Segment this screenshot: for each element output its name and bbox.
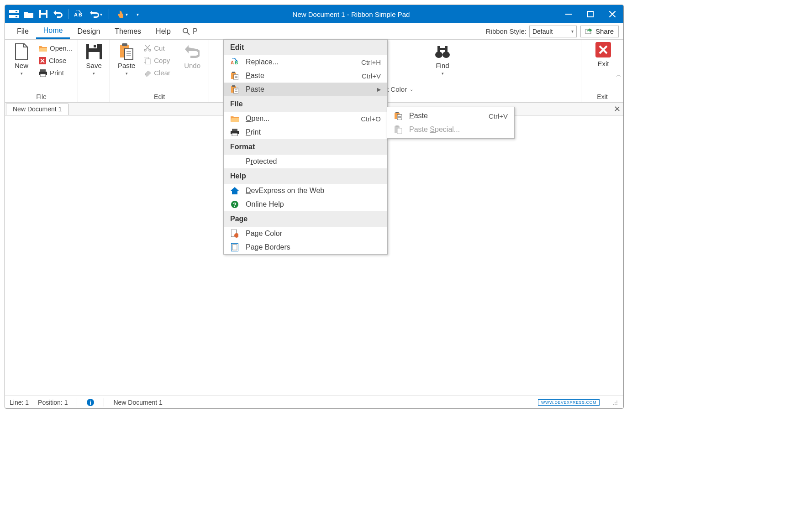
copy-button[interactable]: Copy <box>142 56 172 65</box>
copy-icon <box>144 57 151 64</box>
qat-save-icon[interactable] <box>37 8 50 21</box>
svg-rect-29 <box>445 46 448 52</box>
qat-undo-icon[interactable] <box>52 8 64 21</box>
qat-replace-icon[interactable]: AB <box>72 8 85 21</box>
undo-button[interactable]: Undo <box>179 43 205 69</box>
brand-badge: WWW.DEVEXPRESS.COM <box>538 399 600 406</box>
dd-print[interactable]: Print <box>224 125 387 139</box>
dd-group-edit: Edit <box>224 40 387 55</box>
window-title: New Document 1 - Ribbon Simple Pad <box>145 10 558 18</box>
ribbon-tabs: File Home Design Themes Help P Ribbon St… <box>5 23 623 40</box>
find-button[interactable]: Find ▾ <box>430 43 455 76</box>
svg-rect-63 <box>397 128 402 134</box>
svg-rect-47 <box>232 85 235 87</box>
qat-customize-dropdown[interactable]: ▾ <box>133 8 142 21</box>
tab-home[interactable]: Home <box>36 24 70 39</box>
ribbon-style-combo[interactable]: Default ▾ <box>529 26 577 37</box>
svg-rect-14 <box>40 69 46 72</box>
folder-open-icon <box>230 115 239 122</box>
info-icon[interactable]: i <box>86 398 95 407</box>
minimize-button[interactable] <box>558 5 579 23</box>
svg-point-27 <box>442 52 450 58</box>
svg-rect-22 <box>122 43 127 46</box>
close-doc-button[interactable]: Close <box>37 56 74 65</box>
svg-point-39 <box>616 404 617 405</box>
status-line: Line: 1 <box>10 399 29 406</box>
qat-touch-icon[interactable]: ▾ <box>113 8 131 21</box>
tab-help[interactable]: Help <box>148 25 178 38</box>
svg-rect-2 <box>16 11 17 12</box>
cut-button[interactable]: Cut <box>142 43 172 53</box>
svg-rect-6 <box>41 15 46 18</box>
new-button[interactable]: New ▾ <box>9 43 34 76</box>
scissors-icon <box>144 45 151 52</box>
exit-icon <box>595 42 611 58</box>
print-button[interactable]: Print <box>37 68 74 78</box>
document-tab[interactable]: New Document 1 <box>6 104 68 115</box>
resize-grip-icon[interactable] <box>612 399 619 406</box>
replace-icon: AB <box>230 58 239 66</box>
sub-paste[interactable]: Paste Ctrl+V <box>387 109 514 123</box>
svg-rect-45 <box>234 74 238 80</box>
maximize-button[interactable] <box>579 5 601 23</box>
find-area: Find ▾ <box>430 43 455 76</box>
open-button[interactable]: Open... <box>37 43 74 53</box>
svg-rect-23 <box>125 49 133 60</box>
bgcolor-button-partial[interactable]: t Color ⌄ <box>387 85 413 93</box>
dd-page-borders[interactable]: Page Borders <box>224 240 387 254</box>
tab-file[interactable]: File <box>10 25 36 38</box>
svg-point-35 <box>615 402 616 403</box>
svg-point-37 <box>613 404 614 405</box>
clear-button[interactable]: Clear <box>142 68 172 78</box>
dd-paste[interactable]: Paste Ctrl+V <box>224 69 387 83</box>
dd-devexpress-web[interactable]: DevExpress on the Web <box>224 184 387 198</box>
svg-rect-18 <box>89 44 97 48</box>
search-input[interactable]: P <box>193 27 198 36</box>
collapse-ribbon-icon[interactable]: ︿ <box>616 71 621 79</box>
paste-button[interactable]: Paste ▾ <box>114 43 139 76</box>
dd-page-color[interactable]: Page Color <box>224 227 387 240</box>
save-button[interactable]: Save ▾ <box>82 43 106 76</box>
qat-undo2-icon[interactable]: ▾ <box>87 8 105 21</box>
svg-rect-59 <box>395 112 399 113</box>
sub-paste-special: Paste Special... <box>387 123 514 136</box>
eraser-icon <box>144 69 151 77</box>
quick-access-toolbar: AB ▾ ▾ ▾ <box>5 8 145 21</box>
svg-text:i: i <box>90 399 92 406</box>
paste-submenu: Paste Ctrl+V Paste Special... <box>387 107 515 139</box>
share-button[interactable]: Share <box>580 26 619 37</box>
tab-close-button[interactable]: ✕ <box>611 103 623 115</box>
dd-group-help: Help <box>224 168 387 184</box>
dd-open[interactable]: Open... Ctrl+O <box>224 112 387 125</box>
dd-online-help[interactable]: ? Online Help <box>224 198 387 211</box>
exit-button[interactable]: Exit <box>590 42 616 92</box>
printer-icon <box>39 69 47 77</box>
svg-point-26 <box>435 52 442 58</box>
svg-rect-1 <box>9 15 19 18</box>
close-button[interactable] <box>601 5 623 23</box>
help-icon: ? <box>230 200 239 209</box>
window-controls <box>558 5 623 23</box>
share-icon <box>585 28 593 35</box>
binoculars-icon <box>434 43 451 60</box>
dd-protected[interactable]: Protected <box>224 155 387 168</box>
page-color-icon <box>230 229 239 238</box>
tab-design[interactable]: Design <box>70 25 107 38</box>
paste-icon <box>230 85 239 94</box>
ribbon-search[interactable]: P <box>183 27 198 36</box>
paste-icon <box>118 43 135 60</box>
dd-paste-submenu[interactable]: Paste ▶ <box>224 83 387 96</box>
svg-rect-9 <box>565 14 572 15</box>
ribbon-group-edit: Paste ▾ Cut Copy Clear Undo Edit <box>110 40 209 102</box>
tab-themes[interactable]: Themes <box>107 25 148 38</box>
svg-point-34 <box>616 401 617 402</box>
svg-text:A: A <box>74 12 78 17</box>
qat-logo-icon[interactable] <box>8 8 21 21</box>
status-position: Position: 1 <box>38 399 68 406</box>
qat-open-icon[interactable] <box>22 8 35 21</box>
separator <box>109 9 109 19</box>
svg-rect-44 <box>232 72 235 73</box>
dd-replace[interactable]: AB Replace... Ctrl+H <box>224 55 387 69</box>
svg-rect-25 <box>146 59 150 64</box>
new-document-icon <box>13 43 30 60</box>
